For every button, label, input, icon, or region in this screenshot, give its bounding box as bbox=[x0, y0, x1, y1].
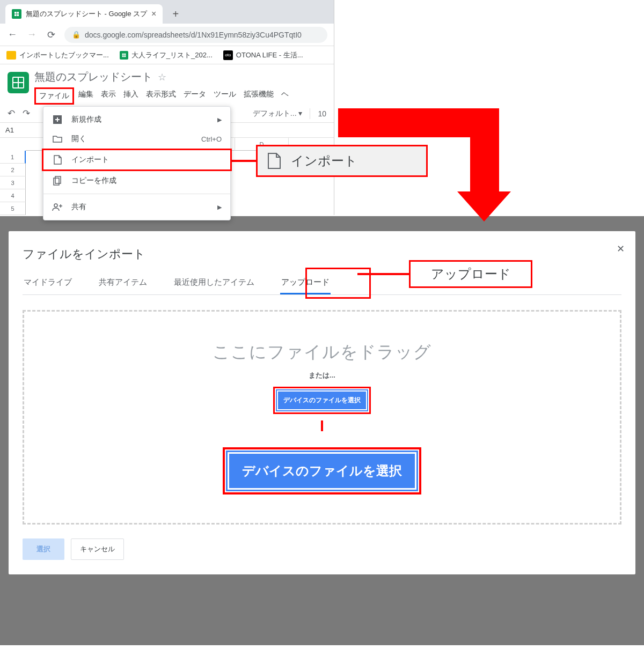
forward-icon[interactable]: → bbox=[26, 29, 38, 40]
menu-item-open[interactable]: 開く Ctrl+O bbox=[43, 129, 230, 149]
annotation-highlight: デバイスのファイルを選択 bbox=[223, 447, 421, 494]
browser-chrome: 無題のスプレッドシート - Google スプ × + ← → ⟳ 🔒 docs… bbox=[0, 0, 334, 64]
file-menu-dropdown: 新規作成 ▶ 開く Ctrl+O インポート コピーを作成 bbox=[43, 106, 231, 220]
menu-help[interactable]: ヘ bbox=[278, 87, 292, 105]
tab-upload[interactable]: アップロード bbox=[280, 272, 331, 294]
tab-recent[interactable]: 最近使用したアイテム bbox=[173, 272, 255, 294]
url-input[interactable]: 🔒 docs.google.com/spreadsheets/d/1Nx91Ey… bbox=[64, 27, 327, 43]
bookmarks-bar: インポートしたブックマー... 大人ライフ_リスト_202... oto OTO… bbox=[0, 46, 334, 64]
folder-open-icon bbox=[52, 134, 63, 144]
chevron-right-icon: ▶ bbox=[217, 204, 222, 211]
menu-format[interactable]: 表示形式 bbox=[143, 87, 179, 105]
person-plus-icon bbox=[52, 202, 63, 212]
oto-icon: oto bbox=[223, 50, 233, 60]
svg-rect-12 bbox=[55, 176, 61, 183]
star-icon[interactable]: ☆ bbox=[158, 71, 166, 83]
menu-extensions[interactable]: 拡張機能 bbox=[240, 87, 277, 105]
menu-item-label: コピーを作成 bbox=[71, 176, 116, 186]
folder-icon bbox=[6, 51, 16, 60]
new-tab-button[interactable]: + bbox=[167, 8, 184, 20]
bookmark-label: OTONA LIFE - 生活... bbox=[236, 50, 303, 60]
browser-tab-bar: 無題のスプレッドシート - Google スプ × + bbox=[0, 0, 334, 24]
row-header-2[interactable]: 2 bbox=[0, 164, 26, 176]
url-text: docs.google.com/spreadsheets/d/1Nx91Eymn… bbox=[85, 31, 302, 39]
sheets-logo[interactable] bbox=[8, 72, 29, 93]
sheets-favicon bbox=[12, 9, 21, 19]
bookmark-label: インポートしたブックマー... bbox=[19, 50, 109, 60]
undo-icon[interactable]: ↶ bbox=[8, 108, 15, 119]
menu-bar: ファイル 編集 表示 挿入 表示形式 データ ツール 拡張機能 ヘ bbox=[34, 84, 292, 105]
redo-icon[interactable]: ↷ bbox=[23, 108, 30, 119]
menu-tools[interactable]: ツール bbox=[210, 87, 239, 105]
row-header-1[interactable]: 1 bbox=[0, 151, 26, 164]
menu-separator bbox=[43, 194, 230, 194]
document-icon bbox=[267, 152, 281, 169]
menu-item-new[interactable]: 新規作成 ▶ bbox=[43, 110, 230, 129]
menu-item-copy[interactable]: コピーを作成 bbox=[43, 171, 230, 190]
cancel-button[interactable]: キャンセル bbox=[71, 538, 124, 560]
menu-data[interactable]: データ bbox=[180, 87, 209, 105]
menu-item-label: 共有 bbox=[71, 202, 86, 212]
dialog-backdrop: ファイルをインポート ✕ マイドライブ 共有アイテム 最近使用したアイテム アッ… bbox=[0, 216, 644, 645]
import-callout: インポート bbox=[256, 145, 428, 177]
document-icon bbox=[52, 154, 63, 165]
sheets-app: 無題のスプレッドシート ☆ ファイル 編集 表示 挿入 表示形式 データ ツール… bbox=[0, 64, 334, 215]
name-box[interactable]: A1 bbox=[0, 126, 26, 134]
close-tab-icon[interactable]: × bbox=[151, 9, 156, 19]
menu-item-label: インポート bbox=[71, 155, 109, 165]
dialog-footer: 選択 キャンセル bbox=[23, 538, 621, 560]
upload-callout: アップロード bbox=[409, 260, 532, 288]
tab-shared[interactable]: 共有アイテム bbox=[98, 272, 148, 294]
drag-instruction: ここにファイルをドラッグ bbox=[213, 341, 431, 364]
close-icon[interactable]: ✕ bbox=[617, 243, 625, 255]
menu-file[interactable]: ファイル bbox=[34, 87, 74, 105]
tab-my-drive[interactable]: マイドライブ bbox=[23, 272, 73, 294]
select-device-file-button-large[interactable]: デバイスのファイルを選択 bbox=[228, 452, 416, 490]
callout-label: インポート bbox=[291, 152, 357, 169]
sheets-favicon bbox=[120, 51, 128, 60]
browser-tab[interactable]: 無題のスプレッドシート - Google スプ × bbox=[5, 4, 163, 24]
plus-box-icon bbox=[52, 114, 63, 125]
address-bar: ← → ⟳ 🔒 docs.google.com/spreadsheets/d/1… bbox=[0, 24, 334, 46]
annotation-connector bbox=[357, 273, 409, 275]
annotation-connector bbox=[230, 160, 256, 162]
import-file-dialog: ファイルをインポート ✕ マイドライブ 共有アイテム 最近使用したアイテム アッ… bbox=[9, 231, 635, 574]
menu-insert[interactable]: 挿入 bbox=[120, 87, 142, 105]
svg-rect-11 bbox=[54, 178, 59, 185]
row-header-5[interactable]: 5 bbox=[0, 202, 26, 215]
reload-icon[interactable]: ⟳ bbox=[45, 29, 57, 41]
annotation-connector bbox=[321, 420, 323, 431]
or-text: または... bbox=[309, 371, 335, 380]
bookmark-item[interactable]: oto OTONA LIFE - 生活... bbox=[223, 50, 303, 60]
lock-icon: 🔒 bbox=[72, 31, 80, 39]
bookmark-item[interactable]: インポートしたブックマー... bbox=[6, 50, 109, 60]
menu-item-share[interactable]: 共有 ▶ bbox=[43, 197, 230, 217]
menu-item-label: 新規作成 bbox=[71, 115, 101, 124]
shortcut-text: Ctrl+O bbox=[201, 135, 222, 143]
back-icon[interactable]: ← bbox=[6, 29, 18, 40]
font-size[interactable]: 10 bbox=[318, 109, 326, 118]
callout-label: アップロード bbox=[431, 265, 511, 283]
copy-icon bbox=[52, 175, 63, 186]
row-header-4[interactable]: 4 bbox=[0, 189, 26, 202]
doc-title[interactable]: 無題のスプレッドシート bbox=[34, 70, 152, 84]
bookmark-label: 大人ライフ_リスト_202... bbox=[131, 50, 213, 60]
row-header-3[interactable]: 3 bbox=[0, 176, 26, 189]
menu-item-label: 開く bbox=[71, 134, 86, 144]
menu-edit[interactable]: 編集 bbox=[75, 87, 97, 105]
bookmark-item[interactable]: 大人ライフ_リスト_202... bbox=[120, 50, 213, 60]
chevron-right-icon: ▶ bbox=[217, 116, 222, 123]
upload-drop-zone[interactable]: ここにファイルをドラッグ または... デバイスのファイルを選択 デバイスのファ… bbox=[23, 310, 621, 525]
font-selector[interactable]: デフォルト... ▾ bbox=[253, 109, 303, 119]
annotation-highlight: デバイスのファイルを選択 bbox=[273, 387, 371, 414]
menu-item-import[interactable]: インポート bbox=[42, 149, 232, 171]
menu-view[interactable]: 表示 bbox=[98, 87, 119, 105]
tab-title: 無題のスプレッドシート - Google スプ bbox=[26, 9, 147, 19]
select-button[interactable]: 選択 bbox=[23, 538, 64, 560]
select-device-file-button[interactable]: デバイスのファイルを選択 bbox=[277, 390, 367, 410]
svg-point-13 bbox=[54, 204, 57, 207]
